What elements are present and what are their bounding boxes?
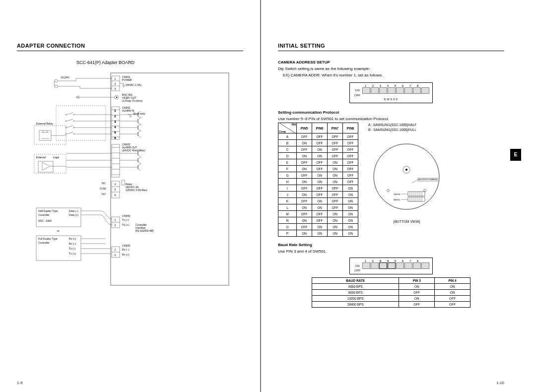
svg-text:Tx (+): Tx (+) (122, 223, 129, 226)
svg-text:Half Duplex Type: Half Duplex Type (38, 209, 58, 212)
baud-rate-table: BAUD RATE PIN 3 PIN 4 4800 BPSONON9600 B… (312, 277, 470, 308)
svg-text:6: 6 (115, 194, 116, 196)
svg-text:3: 3 (115, 120, 116, 123)
svg-point-173 (374, 144, 439, 209)
svg-text:3: 3 (115, 87, 116, 90)
svg-text:COM: COM (100, 187, 106, 190)
baud-title: Baud Rate Setting (278, 243, 504, 247)
svg-text:1: 1 (115, 77, 116, 80)
svg-text:External   Relay: External Relay (36, 122, 53, 125)
svg-text:SSC - 1000: SSC - 1000 (38, 219, 52, 222)
svg-point-28 (116, 97, 117, 98)
dip-sw500: 12345678 ON OFF SW500 (278, 82, 504, 103)
cam-addr-line2: EX) CAMERA ADDR: When it's number 1, set… (283, 73, 504, 78)
svg-rect-178 (408, 192, 425, 196)
protocol-a: A : SAMSUNG(SSC-1000)HALF (368, 123, 504, 128)
svg-text:Tx (–): Tx (–) (69, 247, 76, 250)
svg-text:4: 4 (115, 126, 116, 129)
svg-text:Rx (+): Rx (+) (122, 253, 130, 256)
svg-text:5: 5 (115, 131, 116, 134)
svg-point-176 (387, 190, 390, 192)
svg-line-146 (138, 135, 141, 137)
left-heading: ADAPTER CONNECTION (17, 43, 243, 49)
page-right: INITIAL SETTING CAMERA ADDRESS SETUP Dip… (261, 0, 521, 392)
svg-text:125VAC 0.5A Max): 125VAC 0.5A Max) (126, 189, 147, 192)
svg-point-124 (73, 121, 74, 122)
page-left: ADAPTER CONNECTION SCC-641(P) Adapter BO… (0, 0, 260, 392)
svg-text:1: 1 (115, 248, 116, 251)
svg-text:Tx (+): Tx (+) (69, 252, 76, 255)
page-num-right: 1-10 (496, 381, 504, 385)
svg-line-166 (138, 162, 141, 164)
svg-text:6: 6 (115, 136, 116, 139)
svg-text:SEE INSTRUCTIN MANUAL: SEE INSTRUCTIN MANUAL (418, 179, 438, 181)
svg-line-117 (67, 113, 73, 115)
svg-text:(24VAC 1.5A): (24VAC 1.5A) (126, 83, 141, 86)
cam-addr-line1: Dip Switch setting is same as the follow… (278, 66, 504, 72)
svg-line-129 (138, 118, 141, 120)
svg-text:Controller: Controller (38, 213, 50, 216)
protocol-table: PIN Comp PIN5 PIN6 PIN7 PIN8 AOFFOFFOFFO… (278, 123, 358, 237)
svg-text:NO: NO (102, 193, 106, 196)
svg-line-145 (138, 131, 141, 132)
left-rule (17, 51, 243, 51)
svg-text:CN905: CN905 (122, 244, 130, 247)
baud-line1: Use PIN 3 and 4 of SW501. (278, 249, 504, 255)
dip-sw501: 12345678 ON OFF (278, 258, 504, 274)
svg-text:Rx (–): Rx (–) (122, 248, 129, 251)
svg-rect-51 (38, 161, 53, 172)
svg-line-171 (138, 169, 141, 171)
svg-text:NC: NC (102, 182, 106, 185)
protocol-line1: Use number 5~8 PIN of SW501 to set commu… (278, 117, 504, 122)
svg-rect-179 (408, 197, 425, 201)
svg-line-161 (138, 155, 141, 157)
svg-text:Rx (–): Rx (–) (69, 242, 76, 245)
svg-line-141 (67, 132, 73, 134)
svg-point-123 (66, 121, 67, 122)
svg-text:(1.0Vpp 75 ohms): (1.0Vpp 75 ohms) (122, 99, 143, 102)
svg-text:CN906: CN906 (122, 214, 130, 217)
svg-point-175 (405, 169, 407, 171)
svg-text:2: 2 (115, 254, 116, 257)
svg-rect-43 (112, 144, 120, 177)
svg-text:or: or (57, 229, 60, 232)
svg-point-116 (73, 114, 74, 115)
svg-text:Logic: Logic (53, 156, 60, 159)
cam-addr-title: CAMERA ADDRESS SETUP (278, 60, 504, 65)
svg-text:AC24V: AC24V (61, 76, 69, 79)
svg-text:2: 2 (115, 224, 116, 227)
svg-text:2: 2 (115, 115, 116, 118)
right-heading: INITIAL SETTING (278, 43, 504, 49)
section-tab-e: E (510, 149, 521, 161)
board-caption: SCC-641(P) Adapter BOARD (76, 60, 243, 65)
svg-text:1: 1 (115, 218, 116, 221)
svg-text:2: 2 (115, 82, 116, 85)
schematic-diagram: 1 2 3 CN901 POWER (24VAC 1.5A) AC24V (26, 70, 234, 288)
svg-text:(24VDC 40mA Max): (24VDC 40mA Max) (122, 149, 145, 152)
svg-point-17 (55, 85, 58, 88)
protocol-b: B : SAMSUNG(SSC-1000)FULL (368, 128, 504, 132)
svg-rect-35 (34, 126, 66, 144)
svg-point-132 (73, 127, 74, 128)
svg-text:SW500: SW500 (394, 193, 401, 196)
protocol-title: Setting communication Protocol (278, 110, 504, 115)
svg-point-16 (55, 79, 58, 82)
svg-point-140 (73, 133, 74, 134)
svg-text:Tx (–): Tx (–) (122, 218, 129, 221)
svg-text:Rx (+): Rx (+) (69, 237, 76, 240)
svg-rect-65 (122, 180, 125, 185)
svg-line-170 (138, 164, 141, 166)
svg-rect-37 (39, 131, 51, 140)
svg-text:Data (+): Data (+) (69, 213, 78, 216)
right-rule (278, 51, 504, 51)
svg-text:Data (–): Data (–) (69, 209, 78, 212)
svg-line-133 (67, 126, 73, 128)
right-margin-strip (521, 0, 536, 392)
svg-line-200 (412, 180, 418, 183)
svg-line-125 (67, 119, 73, 121)
svg-marker-50 (42, 162, 50, 170)
svg-text:5: 5 (115, 188, 116, 191)
svg-line-165 (138, 157, 141, 159)
document-spread: ADAPTER CONNECTION SCC-641(P) Adapter BO… (0, 0, 536, 392)
svg-text:Full Duplex Type: Full Duplex Type (38, 237, 58, 240)
